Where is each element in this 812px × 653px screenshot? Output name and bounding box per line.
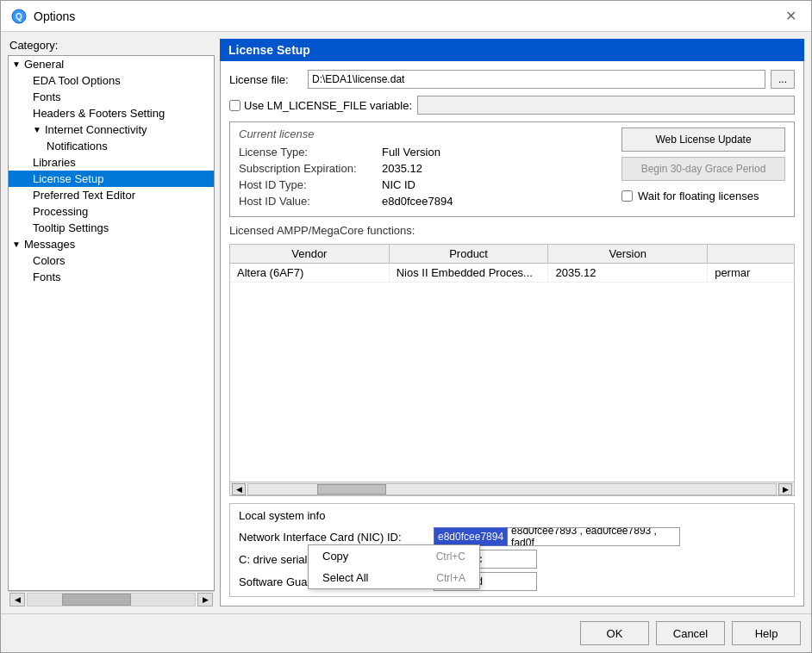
- current-license-label: Current license: [239, 127, 613, 140]
- nic-label: Network Interface Card (NIC) ID:: [239, 531, 428, 544]
- sidebar-item-headers-footers[interactable]: Headers & Footers Setting: [9, 105, 214, 121]
- sidebar-item-label: EDA Tool Options: [33, 74, 121, 87]
- sidebar-item-fonts[interactable]: Fonts: [9, 89, 214, 105]
- scroll-right-arrow[interactable]: ▶: [778, 483, 792, 495]
- sidebar-item-label: Fonts: [33, 90, 61, 103]
- context-menu-select-all[interactable]: Select All Ctrl+A: [309, 567, 479, 588]
- browse-button[interactable]: ...: [771, 70, 795, 89]
- help-button[interactable]: Help: [732, 621, 801, 645]
- lm-row: Use LM_LICENSE_FILE variable:: [229, 96, 795, 115]
- license-file-label: License file:: [229, 73, 303, 86]
- app-icon: Q: [11, 9, 27, 24]
- license-type-label: License Type:: [239, 146, 377, 159]
- col-extra: [708, 245, 794, 263]
- sidebar-item-notifications[interactable]: Notifications: [9, 138, 214, 154]
- sidebar-item-libraries[interactable]: Libraries: [9, 154, 214, 171]
- category-label: Category:: [8, 39, 215, 52]
- sidebar-item-preferred-text-editor[interactable]: Preferred Text Editor: [9, 187, 214, 203]
- subscription-value: 2035.12: [382, 162, 422, 175]
- sidebar-item-label: General: [24, 58, 64, 71]
- scroll-track[interactable]: [27, 593, 196, 606]
- dialog-footer: OK Cancel Help: [1, 613, 811, 652]
- sidebar-item-label: Tooltip Settings: [33, 221, 109, 234]
- sidebar-item-label: Colors: [33, 254, 66, 267]
- scroll-left-arrow[interactable]: ◀: [9, 593, 25, 606]
- lm-label: Use LM_LICENSE_FILE variable:: [244, 99, 412, 112]
- cell-vendor: Altera (6AF7): [230, 264, 390, 282]
- subscription-label: Subscription Expiration:: [239, 162, 377, 175]
- col-vendor: Vendor: [230, 245, 390, 263]
- table-body: Altera (6AF7) Nios II Embedded Proces...…: [230, 264, 794, 482]
- scroll-track[interactable]: [247, 483, 777, 495]
- host-id-value-row: Host ID Value: e8d0fcee7894: [239, 195, 613, 208]
- expand-icon: ▼: [12, 239, 22, 249]
- title-bar: Q Options ✕: [1, 1, 811, 32]
- wait-float-label: Wait for floating licenses: [638, 190, 759, 202]
- panel-body: License file: ... Use LM_LICENSE_FILE va…: [220, 61, 804, 606]
- table-scrollbar[interactable]: ◀ ▶: [230, 482, 794, 495]
- table-header: Vendor Product Version: [230, 245, 794, 264]
- sidebar-item-tooltip-settings[interactable]: Tooltip Settings: [9, 220, 214, 236]
- cell-product: Nios II Embedded Proces...: [390, 264, 549, 282]
- context-menu: Copy Ctrl+C Select All Ctrl+A: [308, 544, 480, 589]
- nic-row: Network Interface Card (NIC) ID: e8d0fce…: [239, 527, 785, 546]
- host-id-type-label: Host ID Type:: [239, 178, 377, 191]
- host-id-value: e8d0fcee7894: [382, 195, 453, 208]
- subscription-row: Subscription Expiration: 2035.12: [239, 162, 613, 175]
- sidebar-item-colors[interactable]: Colors: [9, 252, 214, 269]
- host-id-value-label: Host ID Value:: [239, 195, 377, 208]
- scroll-left-arrow[interactable]: ◀: [232, 483, 246, 495]
- title-bar-left: Q Options: [11, 9, 75, 24]
- sidebar-item-license-setup[interactable]: License Setup: [9, 171, 214, 187]
- scroll-right-arrow[interactable]: ▶: [197, 593, 213, 606]
- sidebar-item-label: Fonts: [33, 271, 61, 283]
- ok-button[interactable]: OK: [580, 621, 649, 645]
- dialog-title: Options: [34, 9, 75, 23]
- web-license-update-button[interactable]: Web License Update: [621, 127, 785, 152]
- cell-version: 2035.12: [548, 264, 708, 282]
- sidebar-item-internet-connectivity[interactable]: ▼ Internet Connectivity: [9, 121, 214, 138]
- col-product: Product: [390, 245, 549, 263]
- scroll-thumb[interactable]: [317, 484, 386, 494]
- lm-checkbox-area[interactable]: Use LM_LICENSE_FILE variable:: [229, 99, 412, 112]
- sidebar-item-label: Headers & Footers Setting: [33, 107, 165, 120]
- license-buttons: Web License Update Begin 30-day Grace Pe…: [621, 127, 785, 211]
- cancel-button[interactable]: Cancel: [656, 621, 725, 645]
- wait-float-checkbox[interactable]: [621, 190, 633, 202]
- sidebar-item-label: Libraries: [33, 156, 76, 169]
- license-file-input[interactable]: [308, 70, 765, 89]
- table-row[interactable]: Altera (6AF7) Nios II Embedded Proces...…: [230, 264, 794, 283]
- sidebar-item-eda-tool-options[interactable]: EDA Tool Options: [9, 72, 214, 89]
- sidebar-item-processing[interactable]: Processing: [9, 203, 214, 220]
- sidebar-item-general[interactable]: ▼ General: [9, 56, 214, 72]
- license-info: Current license License Type: Full Versi…: [239, 127, 613, 211]
- lm-checkbox[interactable]: [229, 100, 240, 111]
- nic-selected-value[interactable]: e8d0fcee7894: [434, 527, 508, 546]
- right-panel: License Setup License file: ... Use LM_L…: [220, 39, 804, 606]
- grace-period-button[interactable]: Begin 30-day Grace Period: [621, 157, 785, 181]
- options-dialog: Q Options ✕ Category: ▼ General EDA Tool…: [0, 0, 812, 653]
- sidebar-item-messages[interactable]: ▼ Messages: [9, 236, 214, 252]
- sidebar-item-label: Processing: [33, 205, 88, 218]
- tree-scrollbar[interactable]: ◀ ▶: [8, 591, 215, 606]
- copy-shortcut: Ctrl+C: [436, 550, 465, 563]
- lm-input[interactable]: [417, 96, 795, 115]
- nic-overflow-value: e8d0fcee7893 , ead0fcee7893 , fad0f: [508, 527, 680, 546]
- left-panel: Category: ▼ General EDA Tool Options Fon…: [8, 39, 215, 606]
- dialog-body: Category: ▼ General EDA Tool Options Fon…: [1, 32, 811, 613]
- sidebar-item-fonts2[interactable]: Fonts: [9, 269, 214, 285]
- license-type-row: License Type: Full Version: [239, 146, 613, 159]
- ampp-table: Vendor Product Version Altera (6AF7) Nio…: [229, 244, 795, 496]
- tree-container[interactable]: ▼ General EDA Tool Options Fonts Headers…: [8, 55, 215, 591]
- ampp-label: Licensed AMPP/MegaCore functions:: [229, 224, 795, 237]
- expand-icon: ▼: [33, 125, 43, 134]
- sidebar-item-label: Preferred Text Editor: [33, 189, 135, 202]
- cell-extra: permar: [708, 264, 794, 282]
- context-menu-copy[interactable]: Copy Ctrl+C: [309, 545, 479, 567]
- copy-label: Copy: [322, 550, 348, 563]
- license-type-value: Full Version: [382, 146, 440, 159]
- close-button[interactable]: ✕: [780, 6, 801, 27]
- select-all-label: Select All: [322, 571, 368, 584]
- scroll-thumb[interactable]: [62, 594, 131, 606]
- local-system-label: Local system info: [239, 509, 785, 522]
